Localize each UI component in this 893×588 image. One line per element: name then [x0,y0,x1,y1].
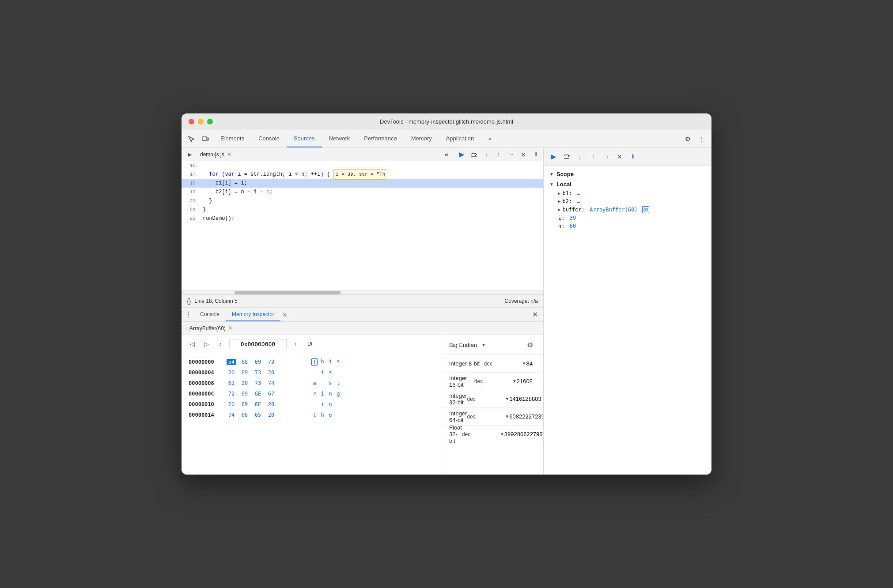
ri-enc-int8[interactable]: dec ▼ [484,361,526,367]
resume-debug-icon[interactable]: ▶ [548,151,559,162]
hex-char-2-1[interactable] [319,380,325,386]
arraybuffer-tab[interactable]: ArrayBuffer(60) ✕ [185,325,237,332]
hex-byte-1-2[interactable]: 73 [253,369,263,376]
hex-char-3-0[interactable]: r [311,391,318,397]
hex-char-3-3[interactable]: g [335,391,341,397]
hex-byte-5-0[interactable]: 74 [227,412,236,418]
ri-enc-int32[interactable]: dec ▼ [467,396,509,402]
hex-byte-1-1[interactable]: 69 [240,369,250,376]
tab-more[interactable]: » [481,130,498,147]
bottom-panel-close-btn[interactable]: ✕ [529,310,541,319]
tab-console[interactable]: Console [251,130,287,147]
hex-refresh-btn[interactable]: ↺ [304,339,315,349]
tab-memory[interactable]: Memory [404,130,439,147]
hex-byte-4-1[interactable]: 69 [240,401,250,407]
breakpoints-icon[interactable]: ⏯ [440,148,452,161]
hex-char-2-3[interactable]: t [335,380,341,386]
hex-char-2-2[interactable]: s [327,380,333,386]
scope-section-header[interactable]: ▼ Scope [544,169,711,179]
hex-char-0-2[interactable]: i [327,358,333,366]
hex-address-input[interactable] [229,339,287,349]
step-debug-icon[interactable]: → [601,151,612,162]
file-close-icon[interactable]: ✕ [227,151,231,158]
ri-enc-int16[interactable]: dec ▼ [474,378,517,384]
arraybuffer-close-icon[interactable]: ✕ [228,325,232,331]
hex-char-5-0[interactable]: t [311,412,318,418]
file-tab[interactable]: demo-js.js ✕ [196,148,236,161]
scrollbar-thumb[interactable] [235,291,341,294]
hex-byte-1-0[interactable]: 20 [227,369,236,376]
hex-byte-3-0[interactable]: 72 [227,391,236,397]
hex-char-1-3[interactable] [335,369,341,376]
hex-char-4-1[interactable]: i [319,401,325,407]
tab-sources[interactable]: Sources [287,130,322,147]
hex-forward-btn[interactable]: ▷ [201,339,212,349]
local-scope-header[interactable]: ▼ Local [544,179,711,189]
horizontal-scrollbar[interactable] [182,290,543,294]
hex-byte-5-1[interactable]: 68 [240,412,250,418]
hex-char-0-3[interactable]: s [335,358,341,366]
open-memory-inspector-icon[interactable] [642,206,649,213]
more-options-icon[interactable]: ⋮ [696,133,708,145]
tab-performance[interactable]: Performance [357,130,404,147]
step-icon[interactable]: → [505,149,517,160]
format-icon[interactable]: {} [187,298,191,305]
bottom-tab-more[interactable]: ⋮ [183,309,194,320]
ri-enc-float32[interactable]: dec ▼ [462,431,504,437]
hex-byte-2-1[interactable]: 20 [240,380,250,386]
step-out-icon[interactable]: ↑ [493,149,504,160]
step-into-debug-icon[interactable]: ↓ [574,151,586,162]
hex-char-1-2[interactable]: s [327,369,333,376]
step-over-debug-icon[interactable] [561,151,572,162]
resume-icon[interactable]: ▶ [456,149,467,160]
hex-byte-3-3[interactable]: 67 [266,391,276,397]
hex-byte-0-3[interactable]: 73 [266,359,276,365]
hex-byte-3-1[interactable]: 69 [240,391,250,397]
step-out-debug-icon[interactable]: ↑ [587,151,599,162]
scope-item-buffer[interactable]: ▶ buffer: ArrayBuffer(60) [544,205,711,214]
hex-prev-btn[interactable]: ‹ [215,339,226,349]
tab-application[interactable]: Application [439,130,481,147]
hex-byte-5-3[interactable]: 20 [266,412,276,418]
step-into-icon[interactable]: ↓ [481,149,492,160]
tab-console-bottom[interactable]: Console [194,308,226,321]
hex-byte-1-3[interactable]: 20 [266,369,276,376]
tab-elements[interactable]: Elements [213,130,251,147]
maximize-button[interactable] [207,119,213,124]
hex-char-5-2[interactable]: e [327,412,333,418]
deactivate-debug-icon[interactable] [614,151,625,162]
hex-char-4-2[interactable]: n [327,401,333,407]
ri-enc-int64[interactable]: dec ▼ [467,414,509,420]
deactivate-breakpoints-icon[interactable] [518,149,529,160]
tab-network[interactable]: Network [322,130,357,147]
pause-debug-icon[interactable]: ⏸ [627,151,639,162]
hex-char-0-0[interactable]: T [311,358,318,366]
hex-char-5-1[interactable]: h [319,412,325,418]
hex-byte-0-2[interactable]: 69 [253,359,263,365]
hex-char-1-1[interactable]: i [319,369,325,376]
scope-item-b1[interactable]: ▶ b1: … [544,189,711,197]
hex-char-4-3[interactable] [335,401,341,407]
close-button[interactable] [189,119,194,124]
hex-byte-2-2[interactable]: 73 [253,380,263,386]
hex-next-btn[interactable]: › [290,339,301,349]
hex-back-btn[interactable]: ◁ [187,339,197,349]
hex-byte-4-0[interactable]: 20 [227,401,236,407]
settings-icon[interactable]: ⚙ [681,133,694,145]
hex-char-0-1[interactable]: h [319,358,325,366]
hex-char-4-0[interactable] [311,401,318,407]
file-tree-icon[interactable]: ▶ [183,148,196,161]
hex-byte-2-0[interactable]: 61 [227,380,236,386]
tab-memory-inspector[interactable]: Memory Inspector [226,308,280,321]
hex-byte-4-2[interactable]: 6E [253,401,263,407]
hex-char-5-3[interactable] [335,412,341,418]
inspector-settings-icon[interactable]: ⚙ [524,339,536,351]
hex-char-3-1[interactable]: i [319,391,325,397]
step-over-icon[interactable] [468,149,480,160]
pause-icon[interactable]: ⏸ [530,149,541,160]
memory-inspector-close-btn[interactable]: ✕ [280,311,289,318]
hex-char-3-2[interactable]: n [327,391,333,397]
inspect-icon[interactable] [185,133,197,145]
hex-byte-2-3[interactable]: 74 [266,380,276,386]
minimize-button[interactable] [198,119,204,124]
